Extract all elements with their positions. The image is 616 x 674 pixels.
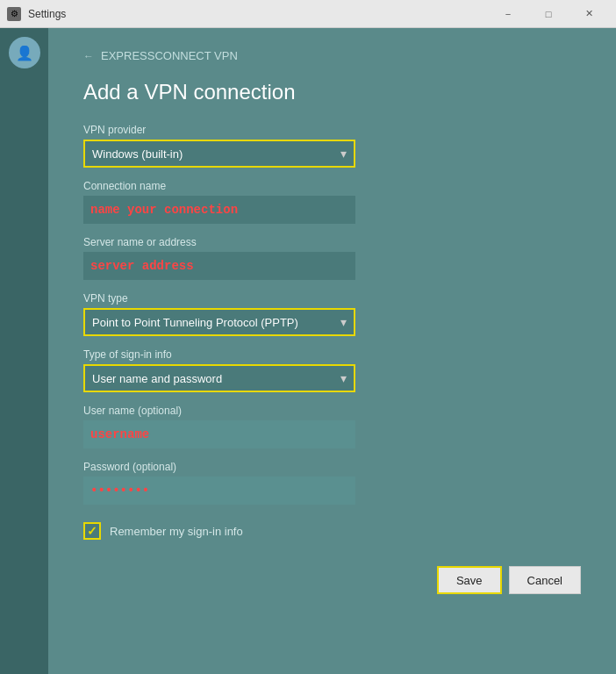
remember-checkbox[interactable]: ✓ [83,522,101,540]
window-body: 👤 ← EXPRESSCONNECT VPN Add a VPN connect… [0,28,616,674]
vpn-type-field: VPN type Point to Point Tunneling Protoc… [83,292,581,336]
connection-name-input[interactable] [83,196,355,224]
vpn-provider-label: VPN provider [83,124,581,136]
back-icon[interactable]: ← [83,50,94,62]
server-label: Server name or address [83,236,581,248]
password-input[interactable] [83,477,355,505]
main-content: ← EXPRESSCONNECT VPN Add a VPN connectio… [48,28,616,674]
username-input[interactable] [83,420,355,448]
connection-name-label: Connection name [83,180,581,192]
remember-label: Remember my sign-in info [110,525,243,538]
vpn-type-label: VPN type [83,292,581,305]
window-controls: − □ ✕ [488,0,609,28]
signin-type-wrapper[interactable]: User name and password Smart card One-ti… [83,364,355,392]
vpn-type-wrapper[interactable]: Point to Point Tunneling Protocol (PPTP)… [83,308,355,336]
vpn-provider-field: VPN provider Windows (built-in) [83,124,581,168]
save-button[interactable]: Save [437,566,502,594]
titlebar: ⚙ Settings − □ ✕ [0,0,616,28]
username-label: User name (optional) [83,405,581,417]
password-label: Password (optional) [83,461,581,473]
signin-type-label: Type of sign-in info [83,348,581,361]
breadcrumb-text: EXPRESSCONNECT VPN [101,49,238,62]
minimize-button[interactable]: − [488,0,528,28]
vpn-provider-wrapper[interactable]: Windows (built-in) [83,140,355,168]
remember-row: ✓ Remember my sign-in info [83,522,581,540]
avatar: 👤 [9,37,40,68]
close-button[interactable]: ✕ [569,0,609,28]
settings-icon: ⚙ [7,7,21,21]
checkmark-icon: ✓ [87,524,97,538]
server-input[interactable] [83,252,355,280]
server-address-field: Server name or address [83,236,581,280]
username-field: User name (optional) [83,405,581,448]
page-title: Add a VPN connection [83,80,581,104]
vpn-provider-select[interactable]: Windows (built-in) [83,140,355,168]
password-field: Password (optional) [83,461,581,505]
maximize-button[interactable]: □ [528,0,569,28]
button-row: Save Cancel [83,566,581,594]
connection-name-field: Connection name [83,180,581,224]
signin-type-field: Type of sign-in info User name and passw… [83,348,581,392]
breadcrumb: ← EXPRESSCONNECT VPN [83,49,581,62]
cancel-button[interactable]: Cancel [509,566,581,594]
vpn-type-select[interactable]: Point to Point Tunneling Protocol (PPTP)… [83,308,355,336]
titlebar-title: Settings [28,8,481,20]
sidebar: 👤 [0,28,48,674]
signin-type-select[interactable]: User name and password Smart card One-ti… [83,364,355,392]
